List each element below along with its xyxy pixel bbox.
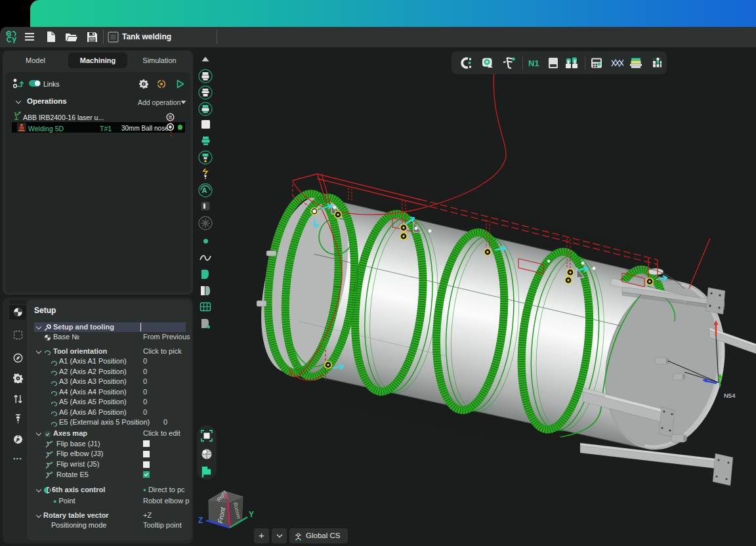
svg-text:N54: N54	[724, 392, 735, 399]
svg-text:Z: Z	[198, 516, 203, 525]
svg-text:A: A	[202, 186, 207, 194]
svg-text:X: X	[224, 493, 228, 500]
svg-text:Y: Y	[249, 510, 254, 519]
svg-text:N1: N1	[528, 58, 539, 68]
